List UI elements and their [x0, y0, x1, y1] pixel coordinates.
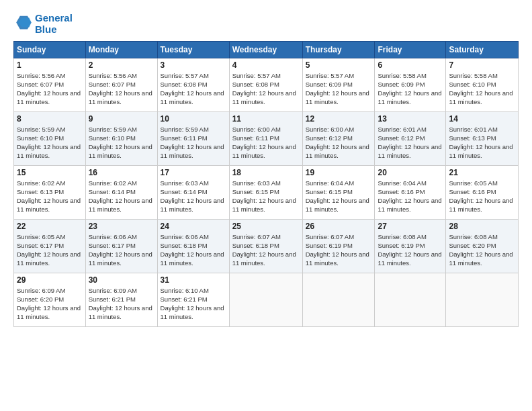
day-cell: 23 Sunrise: 6:06 AM Sunset: 6:17 PM Dayl…: [85, 219, 157, 273]
day-cell: [375, 273, 446, 326]
logo: General Blue: [13, 12, 73, 36]
day-number: 27: [378, 222, 443, 231]
day-info: Sunrise: 6:03 AM Sunset: 6:15 PM Dayligh…: [232, 179, 300, 214]
day-info: Sunrise: 6:02 AM Sunset: 6:13 PM Dayligh…: [17, 179, 83, 214]
day-info: Sunrise: 6:09 AM Sunset: 6:21 PM Dayligh…: [89, 286, 154, 322]
week-row-2: 8 Sunrise: 5:59 AM Sunset: 6:10 PM Dayli…: [14, 111, 519, 165]
day-cell: 7 Sunrise: 5:58 AM Sunset: 6:10 PM Dayli…: [446, 58, 519, 111]
day-info: Sunrise: 5:59 AM Sunset: 6:11 PM Dayligh…: [161, 125, 226, 161]
day-cell: 27 Sunrise: 6:08 AM Sunset: 6:19 PM Dayl…: [375, 219, 446, 273]
day-cell: 16 Sunrise: 6:02 AM Sunset: 6:14 PM Dayl…: [85, 165, 157, 219]
day-number: 3: [161, 60, 226, 70]
day-cell: 5 Sunrise: 5:57 AM Sunset: 6:09 PM Dayli…: [302, 58, 375, 111]
day-number: 22: [17, 222, 83, 231]
day-number: 31: [161, 275, 226, 285]
day-number: 21: [449, 168, 515, 177]
day-info: Sunrise: 6:04 AM Sunset: 6:15 PM Dayligh…: [306, 179, 372, 214]
weekday-header-sunday: Sunday: [14, 41, 86, 58]
day-number: 6: [378, 60, 443, 70]
weekday-header-monday: Monday: [85, 41, 157, 58]
day-number: 1: [17, 60, 83, 70]
day-cell: [229, 273, 302, 326]
day-number: 24: [161, 222, 226, 231]
calendar: SundayMondayTuesdayWednesdayThursdayFrid…: [13, 41, 519, 327]
day-cell: 14 Sunrise: 6:01 AM Sunset: 6:13 PM Dayl…: [446, 111, 519, 165]
weekday-header-wednesday: Wednesday: [229, 41, 302, 58]
day-info: Sunrise: 6:01 AM Sunset: 6:12 PM Dayligh…: [378, 125, 443, 161]
weekday-header-tuesday: Tuesday: [157, 41, 229, 58]
day-info: Sunrise: 6:08 AM Sunset: 6:20 PM Dayligh…: [449, 232, 515, 268]
day-number: 26: [306, 222, 372, 231]
day-number: 8: [17, 114, 83, 124]
day-cell: 2 Sunrise: 5:56 AM Sunset: 6:07 PM Dayli…: [85, 58, 157, 111]
day-cell: 15 Sunrise: 6:02 AM Sunset: 6:13 PM Dayl…: [14, 165, 86, 219]
day-number: 20: [378, 168, 443, 177]
day-info: Sunrise: 5:57 AM Sunset: 6:09 PM Dayligh…: [306, 71, 372, 107]
day-info: Sunrise: 6:00 AM Sunset: 6:11 PM Dayligh…: [232, 125, 300, 161]
day-number: 25: [232, 222, 300, 231]
day-info: Sunrise: 6:04 AM Sunset: 6:16 PM Dayligh…: [378, 179, 443, 214]
day-number: 7: [449, 60, 515, 70]
day-info: Sunrise: 6:07 AM Sunset: 6:18 PM Dayligh…: [232, 232, 300, 268]
logo-line2: Blue: [35, 24, 73, 35]
weekday-header-saturday: Saturday: [446, 41, 519, 58]
day-info: Sunrise: 6:06 AM Sunset: 6:18 PM Dayligh…: [161, 232, 226, 268]
day-number: 17: [161, 168, 226, 177]
week-row-4: 22 Sunrise: 6:05 AM Sunset: 6:17 PM Dayl…: [14, 219, 519, 273]
day-cell: 20 Sunrise: 6:04 AM Sunset: 6:16 PM Dayl…: [375, 165, 446, 219]
day-cell: 6 Sunrise: 5:58 AM Sunset: 6:09 PM Dayli…: [375, 58, 446, 111]
day-info: Sunrise: 5:57 AM Sunset: 6:08 PM Dayligh…: [161, 71, 226, 107]
day-cell: 24 Sunrise: 6:06 AM Sunset: 6:18 PM Dayl…: [157, 219, 229, 273]
day-info: Sunrise: 5:56 AM Sunset: 6:07 PM Dayligh…: [17, 71, 83, 107]
day-cell: 9 Sunrise: 5:59 AM Sunset: 6:10 PM Dayli…: [85, 111, 157, 165]
day-cell: 13 Sunrise: 6:01 AM Sunset: 6:12 PM Dayl…: [375, 111, 446, 165]
page: General Blue SundayMondayTuesdayWednesda…: [0, 0, 532, 411]
day-info: Sunrise: 6:01 AM Sunset: 6:13 PM Dayligh…: [449, 125, 515, 161]
day-info: Sunrise: 6:10 AM Sunset: 6:21 PM Dayligh…: [161, 286, 226, 322]
weekday-header-friday: Friday: [375, 41, 446, 58]
weekday-header-row: SundayMondayTuesdayWednesdayThursdayFrid…: [14, 41, 519, 58]
week-row-3: 15 Sunrise: 6:02 AM Sunset: 6:13 PM Dayl…: [14, 165, 519, 219]
day-info: Sunrise: 6:08 AM Sunset: 6:19 PM Dayligh…: [378, 232, 443, 268]
day-number: 28: [449, 222, 515, 231]
day-info: Sunrise: 6:05 AM Sunset: 6:16 PM Dayligh…: [449, 179, 515, 214]
day-info: Sunrise: 6:07 AM Sunset: 6:19 PM Dayligh…: [306, 232, 372, 268]
day-cell: 12 Sunrise: 6:00 AM Sunset: 6:12 PM Dayl…: [302, 111, 375, 165]
day-cell: 1 Sunrise: 5:56 AM Sunset: 6:07 PM Dayli…: [14, 58, 86, 111]
day-cell: 22 Sunrise: 6:05 AM Sunset: 6:17 PM Dayl…: [14, 219, 86, 273]
day-number: 15: [17, 168, 83, 177]
day-number: 14: [449, 114, 515, 124]
week-row-5: 29 Sunrise: 6:09 AM Sunset: 6:20 PM Dayl…: [14, 273, 519, 326]
day-cell: [302, 273, 375, 326]
day-cell: 18 Sunrise: 6:03 AM Sunset: 6:15 PM Dayl…: [229, 165, 302, 219]
day-info: Sunrise: 6:00 AM Sunset: 6:12 PM Dayligh…: [306, 125, 372, 161]
day-cell: 3 Sunrise: 5:57 AM Sunset: 6:08 PM Dayli…: [157, 58, 229, 111]
day-cell: 31 Sunrise: 6:10 AM Sunset: 6:21 PM Dayl…: [157, 273, 229, 326]
day-number: 4: [232, 60, 300, 70]
day-info: Sunrise: 6:09 AM Sunset: 6:20 PM Dayligh…: [17, 286, 83, 322]
logo-line1: General: [35, 12, 73, 24]
day-cell: 21 Sunrise: 6:05 AM Sunset: 6:16 PM Dayl…: [446, 165, 519, 219]
day-number: 12: [306, 114, 372, 124]
day-info: Sunrise: 5:59 AM Sunset: 6:10 PM Dayligh…: [17, 125, 83, 161]
day-info: Sunrise: 5:58 AM Sunset: 6:09 PM Dayligh…: [378, 71, 443, 107]
day-number: 16: [89, 168, 154, 177]
day-info: Sunrise: 6:03 AM Sunset: 6:14 PM Dayligh…: [161, 179, 226, 214]
day-cell: 29 Sunrise: 6:09 AM Sunset: 6:20 PM Dayl…: [14, 273, 86, 326]
week-row-1: 1 Sunrise: 5:56 AM Sunset: 6:07 PM Dayli…: [14, 58, 519, 111]
day-number: 5: [306, 60, 372, 70]
day-cell: 30 Sunrise: 6:09 AM Sunset: 6:21 PM Dayl…: [85, 273, 157, 326]
day-cell: [446, 273, 519, 326]
day-cell: 17 Sunrise: 6:03 AM Sunset: 6:14 PM Dayl…: [157, 165, 229, 219]
day-cell: 4 Sunrise: 5:57 AM Sunset: 6:08 PM Dayli…: [229, 58, 302, 111]
header: General Blue: [13, 12, 519, 36]
day-cell: 8 Sunrise: 5:59 AM Sunset: 6:10 PM Dayli…: [14, 111, 86, 165]
day-info: Sunrise: 5:58 AM Sunset: 6:10 PM Dayligh…: [449, 71, 515, 107]
day-cell: 11 Sunrise: 6:00 AM Sunset: 6:11 PM Dayl…: [229, 111, 302, 165]
day-number: 18: [232, 168, 300, 177]
day-number: 23: [89, 222, 154, 231]
day-number: 30: [89, 275, 154, 285]
day-number: 9: [89, 114, 154, 124]
day-number: 11: [232, 114, 300, 124]
day-info: Sunrise: 6:05 AM Sunset: 6:17 PM Dayligh…: [17, 232, 83, 268]
